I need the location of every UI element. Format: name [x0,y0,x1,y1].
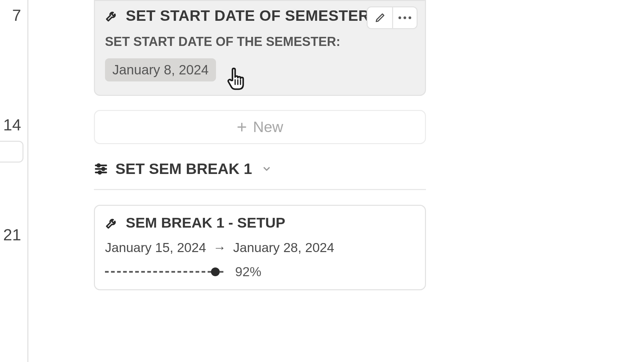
progress-handle[interactable] [211,267,220,276]
ellipsis-icon [398,16,411,19]
new-item-button[interactable]: + New [94,110,426,144]
card-subtitle: SET START DATE OF THE SEMESTER: [105,35,415,49]
wrench-icon [105,216,118,230]
section-divider [94,189,426,190]
calendar-event-block[interactable] [0,141,23,163]
gutter-date: 21 [3,226,21,244]
date-start: January 15, 2024 [105,240,206,255]
date-end: January 28, 2024 [233,240,334,255]
pencil-icon [374,12,386,23]
wrench-icon [105,9,118,22]
chevron-down-icon [262,164,272,174]
card-sem-break-setup[interactable]: SEM BREAK 1 - SETUP January 15, 2024 → J… [94,205,426,290]
section-title: SET SEM BREAK 1 [115,160,252,178]
progress-row: 92% [105,264,415,279]
arrow-right-icon: → [210,240,229,255]
svg-point-7 [102,168,105,170]
card-title: SEM BREAK 1 - SETUP [126,215,285,231]
more-button[interactable] [392,7,417,28]
svg-point-8 [99,171,101,174]
date-chip[interactable]: January 8, 2024 [105,58,216,81]
sliders-icon [94,162,108,176]
gutter-date: 7 [12,6,21,24]
progress-percent: 92% [235,264,261,279]
card-set-start-date[interactable]: SET START DATE OF SEMESTER SET START DAT… [94,0,426,96]
new-label: New [253,118,283,136]
edit-button[interactable] [368,7,392,28]
gutter-date: 14 [3,116,21,134]
section-heading-sem-break-1[interactable]: SET SEM BREAK 1 [94,160,426,178]
date-range: January 15, 2024 → January 28, 2024 [105,240,415,255]
calendar-gutter: 7 14 21 [0,0,29,362]
svg-point-6 [97,164,100,167]
progress-track[interactable] [105,267,229,276]
card-actions [367,6,418,29]
